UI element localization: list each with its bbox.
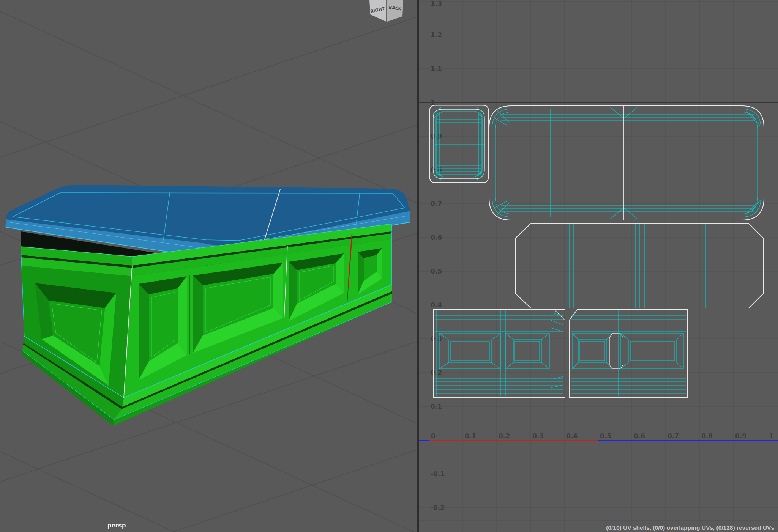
- svg-text:0.1: 0.1: [465, 432, 476, 440]
- uv-status-text: (0/10) UV shells, (0/0) overlapping UVs,…: [606, 524, 774, 531]
- uv-unit-lines: [419, 0, 778, 532]
- camera-label: persp: [107, 522, 126, 529]
- svg-text:0.6: 0.6: [634, 432, 645, 440]
- svg-text:-0.2: -0.2: [431, 504, 445, 512]
- maya-uv-workspace: RIGHT BACK persp: [0, 0, 778, 532]
- svg-text:0: 0: [431, 432, 436, 440]
- svg-text:0.5: 0.5: [600, 432, 611, 440]
- uv-shell-front-apron-left[interactable]: [434, 309, 565, 397]
- svg-text:1.2: 1.2: [431, 31, 442, 39]
- svg-text:0.9: 0.9: [735, 432, 746, 440]
- uv-axes: [419, 0, 778, 532]
- svg-text:0.1: 0.1: [431, 403, 442, 410]
- svg-text:0.9: 0.9: [431, 132, 442, 140]
- uv-shell-back-apron[interactable]: [516, 224, 763, 308]
- svg-text:0.3: 0.3: [532, 432, 544, 440]
- view-cube[interactable]: RIGHT BACK: [366, 0, 407, 24]
- uv-shell-front-apron-right[interactable]: [569, 309, 688, 397]
- perspective-viewport[interactable]: RIGHT BACK persp: [0, 0, 417, 532]
- table-base[interactable]: [21, 224, 392, 426]
- svg-text:0.4: 0.4: [566, 432, 578, 440]
- svg-text:1.1: 1.1: [431, 65, 442, 72]
- svg-text:0.6: 0.6: [431, 234, 442, 241]
- table-model[interactable]: [5, 185, 410, 426]
- svg-text:0.8: 0.8: [701, 432, 713, 440]
- svg-text:1.3: 1.3: [431, 0, 442, 8]
- svg-text:-0.1: -0.1: [431, 470, 445, 478]
- svg-text:0.5: 0.5: [431, 268, 442, 275]
- svg-text:1: 1: [769, 432, 773, 440]
- svg-text:0.7: 0.7: [431, 200, 442, 208]
- uv-grid: [419, 0, 778, 532]
- svg-text:0.7: 0.7: [668, 432, 679, 440]
- uv-editor-pane[interactable]: 1.3 1.2 1.1 1 0.9 0.8 0.7 0.6 0.5 0.4 0.…: [419, 0, 778, 532]
- uv-axis-labels: 1.3 1.2 1.1 1 0.9 0.8 0.7 0.6 0.5 0.4 0.…: [431, 0, 773, 512]
- svg-text:0.2: 0.2: [499, 432, 510, 440]
- svg-text:0.4: 0.4: [431, 301, 442, 309]
